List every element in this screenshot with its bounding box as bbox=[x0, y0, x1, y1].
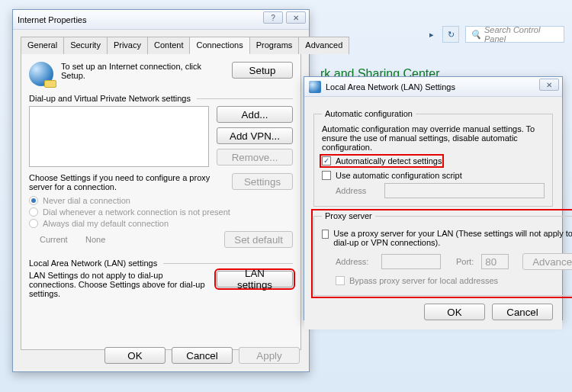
tab-advanced[interactable]: Advanced bbox=[298, 37, 349, 54]
proxy-port-label: Port: bbox=[456, 257, 474, 266]
group-legend: Automatic configuration bbox=[322, 109, 416, 118]
checkbox-label: Use a proxy server for your LAN (These s… bbox=[333, 229, 572, 247]
search-placeholder: Search Control Panel bbox=[484, 25, 559, 43]
proxy-address-input[interactable] bbox=[381, 254, 441, 269]
automatic-configuration-group: Automatic configuration Automatic config… bbox=[313, 109, 553, 207]
tab-security[interactable]: Security bbox=[63, 37, 108, 54]
ok-button[interactable]: OK bbox=[424, 304, 485, 320]
settings-button[interactable]: Settings bbox=[232, 173, 293, 190]
use-proxy-checkbox[interactable]: Use a proxy server for your LAN (These s… bbox=[322, 229, 572, 247]
tab-general[interactable]: General bbox=[21, 37, 64, 54]
cancel-button[interactable]: Cancel bbox=[492, 304, 553, 320]
connections-listbox[interactable] bbox=[29, 106, 209, 167]
refresh-button[interactable]: ↻ bbox=[442, 26, 459, 43]
radio-dial-when-absent[interactable]: Dial whenever a network connection is no… bbox=[29, 207, 293, 217]
search-input[interactable]: 🔍 Search Control Panel bbox=[465, 26, 564, 43]
setup-button[interactable]: Setup bbox=[232, 62, 293, 79]
choose-settings-text: Choose Settings if you need to configure… bbox=[29, 173, 224, 191]
titlebar[interactable]: Local Area Network (LAN) Settings ✕ bbox=[304, 77, 562, 97]
remove-button[interactable]: Remove... bbox=[217, 149, 293, 165]
lan-settings-button[interactable]: LAN settings bbox=[217, 271, 293, 288]
checkbox-label: Use automatic configuration script bbox=[336, 171, 462, 180]
ok-button[interactable]: OK bbox=[104, 347, 165, 364]
globe-icon bbox=[309, 81, 321, 93]
dialup-group-title: Dial-up and Virtual Private Network sett… bbox=[29, 94, 191, 103]
group-legend: Proxy server bbox=[322, 211, 375, 220]
tab-content[interactable]: Content bbox=[147, 37, 191, 54]
titlebar[interactable]: Internet Properties ? ✕ bbox=[13, 10, 309, 30]
checkbox-label: Automatically detect settings bbox=[336, 156, 442, 165]
close-button[interactable]: ✕ bbox=[286, 11, 306, 24]
radio-never-dial[interactable]: Never dial a connection bbox=[29, 196, 293, 205]
proxy-port-input[interactable] bbox=[481, 254, 509, 269]
bypass-local-checkbox[interactable]: Bypass proxy server for local addresses bbox=[336, 276, 572, 285]
internet-properties-dialog: Internet Properties ? ✕ General Security… bbox=[12, 9, 310, 372]
tab-connections[interactable]: Connections bbox=[189, 37, 249, 54]
radio-always-dial[interactable]: Always dial my default connection bbox=[29, 219, 293, 228]
address-label: Address bbox=[336, 186, 377, 195]
proxy-server-group: Proxy server Use a proxy server for your… bbox=[313, 211, 572, 296]
apply-button[interactable]: Apply bbox=[239, 347, 300, 364]
current-label: Current bbox=[40, 235, 78, 244]
auto-detect-checkbox[interactable]: Automatically detect settings bbox=[322, 156, 442, 165]
search-icon: 🔍 bbox=[471, 30, 481, 40]
toolbar-separator: ▸ bbox=[429, 26, 437, 43]
proxy-address-label: Address: bbox=[336, 257, 374, 266]
current-value: None bbox=[85, 235, 217, 244]
help-button[interactable]: ? bbox=[263, 11, 283, 24]
checkbox-label: Bypass proxy server for local addresses bbox=[349, 276, 498, 285]
radio-label: Never dial a connection bbox=[43, 196, 130, 205]
lan-group-title: Local Area Network (LAN) settings bbox=[29, 259, 157, 268]
tab-programs[interactable]: Programs bbox=[249, 37, 300, 54]
add-button[interactable]: Add... bbox=[217, 106, 293, 123]
cancel-button[interactable]: Cancel bbox=[172, 347, 233, 364]
dialog-title: Local Area Network (LAN) Settings bbox=[326, 82, 455, 92]
lan-note: LAN Settings do not apply to dial-up con… bbox=[29, 271, 209, 298]
connections-panel: To set up an Internet connection, click … bbox=[21, 54, 301, 350]
auto-script-address-input[interactable] bbox=[384, 183, 545, 198]
globe-icon bbox=[29, 62, 53, 86]
proxy-advanced-button[interactable]: Advanced bbox=[522, 253, 572, 270]
radio-label: Always dial my default connection bbox=[43, 219, 169, 228]
auto-script-checkbox[interactable]: Use automatic configuration script bbox=[322, 171, 545, 180]
auto-config-text: Automatic configuration may override man… bbox=[322, 124, 545, 152]
lan-settings-dialog: Local Area Network (LAN) Settings ✕ Auto… bbox=[304, 76, 563, 320]
intro-text: To set up an Internet connection, click … bbox=[61, 62, 224, 80]
add-vpn-button[interactable]: Add VPN... bbox=[217, 127, 293, 144]
close-button[interactable]: ✕ bbox=[539, 79, 559, 91]
dialog-title: Internet Properties bbox=[18, 15, 87, 24]
tab-privacy[interactable]: Privacy bbox=[107, 37, 148, 54]
tab-strip: General Security Privacy Content Connect… bbox=[21, 36, 301, 54]
set-default-button[interactable]: Set default bbox=[224, 231, 293, 248]
radio-label: Dial whenever a network connection is no… bbox=[43, 207, 230, 217]
